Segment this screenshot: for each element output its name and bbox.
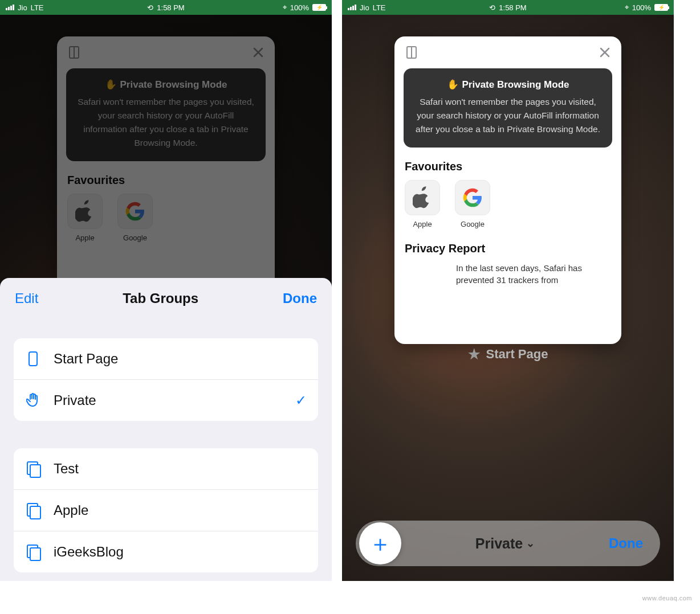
private-mode-title: Private Browsing Mode xyxy=(462,79,569,91)
plus-icon: ＋ xyxy=(369,528,392,559)
carrier-label: Jio xyxy=(360,3,369,12)
clock-label: 1:58 PM xyxy=(157,3,184,12)
row-label: Apple xyxy=(54,502,307,518)
favourites-heading: Favourites xyxy=(405,160,611,173)
private-mode-description: Safari won't remember the pages you visi… xyxy=(414,95,602,136)
battery-icon: ⚡ xyxy=(654,4,668,11)
screenshot-right: Jio LTE ⟲ 1:58 PM ⌖ 100% ⚡ ✋Private Brow… xyxy=(342,0,674,581)
private-browsing-notice: ✋Private Browsing Mode Safari won't reme… xyxy=(404,68,612,148)
tab-group-icon xyxy=(27,461,39,476)
apple-icon xyxy=(405,180,440,215)
status-bar: Jio LTE ⟲ 1:58 PM ⌖ 100% ⚡ xyxy=(0,0,332,15)
tab-title-label: Start Page xyxy=(486,347,548,362)
signal-icon xyxy=(6,5,14,10)
new-tab-button[interactable]: ＋ xyxy=(359,522,401,564)
hand-icon: ✋ xyxy=(447,79,459,91)
tab-title: ★ Start Page xyxy=(342,346,674,362)
done-button[interactable]: Done xyxy=(283,290,317,306)
favourite-label: Google xyxy=(461,220,485,228)
battery-pct-label: 100% xyxy=(290,3,309,12)
tab-groups-primary-list: Start Page Private ✓ xyxy=(14,338,318,421)
close-icon[interactable] xyxy=(599,46,611,59)
location-icon: ⌖ xyxy=(283,3,287,12)
tab-group-label: Private xyxy=(475,535,523,552)
hotspot-icon: ⟲ xyxy=(489,3,495,12)
hotspot-icon: ⟲ xyxy=(147,3,153,12)
tab-group-icon xyxy=(27,503,39,518)
tab-group-row-apple[interactable]: Apple xyxy=(14,490,318,531)
row-label: iGeeksBlog xyxy=(54,544,307,560)
row-label: Private xyxy=(54,392,283,408)
done-button[interactable]: Done xyxy=(609,535,643,551)
tab-group-row-private[interactable]: Private ✓ xyxy=(14,380,318,421)
row-label: Test xyxy=(54,461,307,477)
tab-preview-card[interactable]: ✋Private Browsing Mode Safari won't reme… xyxy=(394,36,621,344)
tab-group-row-start-page[interactable]: Start Page xyxy=(14,338,318,380)
battery-pct-label: 100% xyxy=(632,3,651,12)
clock-label: 1:58 PM xyxy=(499,3,526,12)
star-icon: ★ xyxy=(468,346,481,362)
favourite-google[interactable]: Google xyxy=(455,180,490,228)
battery-icon: ⚡ xyxy=(312,4,326,11)
tab-overview-toolbar: ＋ Private ⌄ Done xyxy=(356,521,660,566)
tab-group-row-igeeksblog[interactable]: iGeeksBlog xyxy=(14,531,318,572)
chevron-down-icon: ⌄ xyxy=(526,537,535,550)
network-label: LTE xyxy=(31,3,44,12)
network-label: LTE xyxy=(373,3,386,12)
checkmark-icon: ✓ xyxy=(295,392,307,408)
bookmarks-icon[interactable] xyxy=(405,46,418,59)
location-icon: ⌖ xyxy=(625,3,629,12)
favourite-label: Apple xyxy=(413,220,432,228)
google-icon xyxy=(455,180,490,215)
status-bar: Jio LTE ⟲ 1:58 PM ⌖ 100% ⚡ xyxy=(342,0,674,15)
signal-icon xyxy=(348,5,356,10)
favourite-apple[interactable]: Apple xyxy=(405,180,440,228)
tab-groups-custom-list: Test Apple iGeeksBlog xyxy=(14,448,318,572)
tab-group-icon xyxy=(27,545,39,559)
edit-button[interactable]: Edit xyxy=(15,290,38,306)
privacy-report-heading: Privacy Report xyxy=(405,242,611,255)
sheet-title: Tab Groups xyxy=(123,290,198,306)
tab-group-selector[interactable]: Private ⌄ xyxy=(401,535,609,552)
phone-icon xyxy=(29,351,38,366)
screenshot-left: Jio LTE ⟲ 1:58 PM ⌖ 100% ⚡ ✋Private Brow… xyxy=(0,0,332,581)
privacy-report-body: In the last seven days, Safari has preve… xyxy=(405,262,611,286)
tab-group-row-test[interactable]: Test xyxy=(14,448,318,490)
watermark: www.deuaq.com xyxy=(642,595,692,601)
carrier-label: Jio xyxy=(18,3,27,12)
tab-groups-sheet: Edit Tab Groups Done Start Page Private … xyxy=(0,278,332,581)
hand-icon xyxy=(25,392,41,408)
row-label: Start Page xyxy=(54,351,307,367)
